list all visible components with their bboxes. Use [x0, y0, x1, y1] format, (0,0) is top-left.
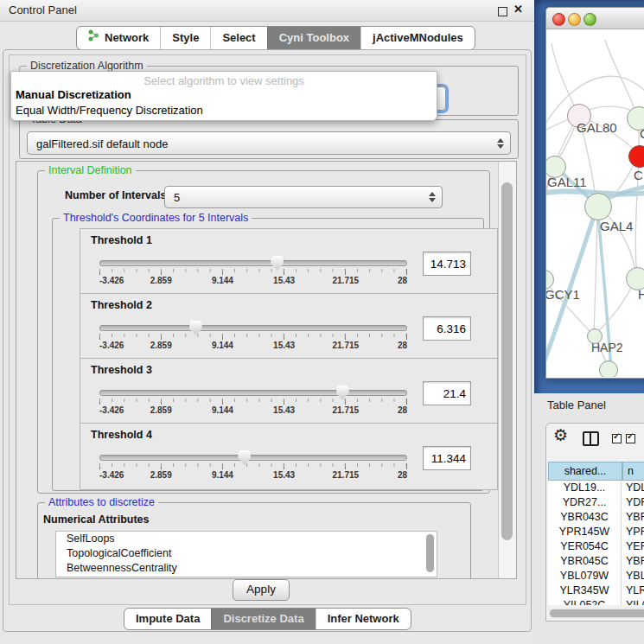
table-panel-title: Table Panel	[547, 399, 606, 411]
network-view-window: GAL80 G C GAL11 GAL4 GCY1 H HAP2	[545, 7, 644, 379]
cell-name[interactable]: YDL1	[622, 481, 644, 495]
cell-shared-name[interactable]: YDL19...	[548, 481, 622, 495]
settings-scroll-area: Interval Definition Number of Intervals …	[16, 161, 517, 579]
slider-ticks	[99, 269, 407, 275]
list-item[interactable]: BetweennessCentrality	[56, 561, 437, 576]
tick-label: 21.715	[333, 470, 360, 480]
cell-shared-name[interactable]: YBR045C	[548, 554, 622, 569]
slider-track[interactable]	[99, 260, 407, 266]
threshold-2-panel: Threshold 2 -3.426 2.859 9.144 15.43 21.…	[80, 293, 498, 360]
table-row[interactable]: YBR043C YBR0	[548, 510, 644, 525]
number-of-intervals-combobox[interactable]: 5	[164, 186, 443, 208]
cell-name[interactable]: YER0	[622, 539, 644, 554]
cell-name[interactable]: YLR3	[622, 583, 644, 598]
tab-cyni-toolbox[interactable]: Cyni Toolbox	[267, 27, 360, 49]
algorithm-dropdown-popup: Select algorithm to view settings Manual…	[10, 71, 437, 121]
table-row[interactable]: YLR345W YLR3	[548, 583, 644, 598]
network-node-gal4[interactable]	[584, 193, 612, 220]
tick-label: 9.144	[212, 276, 233, 285]
threshold-2-slider[interactable]: -3.426 2.859 9.144 15.43 21.715 28	[99, 325, 407, 351]
table-header-row: shared... n	[548, 462, 644, 481]
minimize-traffic-light[interactable]	[568, 13, 581, 26]
threshold-3-slider[interactable]: -3.426 2.859 9.144 15.43 21.715 28	[99, 390, 407, 416]
table-horizontal-scrollbar-thumb[interactable]	[550, 609, 644, 617]
table-row[interactable]: YER054C YER0	[548, 539, 644, 554]
cell-name[interactable]: YBR0	[622, 510, 644, 525]
tick-label: 21.715	[333, 405, 360, 415]
table-row[interactable]: YDR27... YDR2	[548, 495, 644, 510]
table-row[interactable]: YBR045C YBR0	[548, 554, 644, 569]
list-scrollbar-thumb[interactable]	[426, 534, 434, 572]
threshold-1-panel: Threshold 1 -3.426 2.859 9.144 15.43 21.…	[80, 228, 498, 295]
table-horizontal-scrollbar[interactable]	[549, 609, 644, 618]
table-row[interactable]: YDL19... YDL1	[548, 481, 644, 495]
threshold-1-slider[interactable]: -3.426 2.859 9.144 15.43 21.715 28	[99, 260, 407, 286]
tick-label: -3.426	[99, 405, 124, 415]
cell-shared-name[interactable]: YIL052C	[548, 598, 622, 605]
table-row[interactable]: YBL079W YBL0	[548, 569, 644, 583]
table-data-combobox[interactable]: galFiltered.sif default node	[27, 131, 511, 155]
tab-network[interactable]: Network	[77, 27, 160, 49]
close-traffic-light[interactable]	[552, 13, 565, 26]
cell-shared-name[interactable]: YPR145W	[548, 525, 622, 539]
algorithm-option-manual[interactable]: Manual Discretization	[11, 87, 437, 103]
cell-name[interactable]: YPR1	[622, 525, 644, 539]
slider-ticks	[99, 463, 407, 469]
tab-select[interactable]: Select	[210, 27, 266, 49]
cyni-bottom-tab-bar: Impute Data Discretize Data Infer Networ…	[124, 608, 411, 630]
tick-label: 2.859	[150, 276, 172, 285]
thresholds-coordinates-group-label: Threshold's Coordinates for 5 Intervals	[60, 212, 252, 224]
checkbox-icon[interactable]	[626, 434, 635, 443]
list-item[interactable]: SelfLoops	[56, 532, 437, 546]
tab-style[interactable]: Style	[160, 27, 210, 49]
zoom-traffic-light[interactable]	[583, 13, 596, 26]
list-item[interactable]: TopologicalCoefficient	[56, 546, 437, 561]
column-header-name[interactable]: n	[622, 462, 644, 481]
cell-name[interactable]: YBL0	[622, 569, 644, 583]
tab-infer-network[interactable]: Infer Network	[316, 609, 411, 629]
network-node[interactable]	[599, 360, 618, 377]
algorithm-option-equal-width[interactable]: Equal Width/Frequency Discretization	[11, 103, 437, 118]
network-canvas[interactable]: GAL80 G C GAL11 GAL4 GCY1 H HAP2	[546, 29, 644, 377]
apply-button[interactable]: Apply	[233, 579, 290, 601]
columns-icon[interactable]	[583, 431, 599, 446]
table-row[interactable]: YIL052C YIL0	[548, 598, 644, 605]
interval-definition-group-label: Interval Definition	[45, 164, 136, 176]
gear-icon[interactable]: ⚙	[553, 425, 568, 445]
cell-shared-name[interactable]: YLR345W	[548, 583, 622, 598]
cell-name[interactable]: YDR2	[622, 495, 644, 510]
slider-track[interactable]	[99, 390, 407, 396]
cell-name[interactable]: YBR0	[622, 554, 644, 569]
cell-shared-name[interactable]: YBR043C	[548, 510, 622, 525]
node-label-partial: H	[638, 287, 644, 302]
tab-jactivemnodules[interactable]: jActiveMNodules	[360, 27, 475, 49]
checkbox-icon[interactable]	[612, 434, 622, 443]
column-header-shared-name[interactable]: shared...	[548, 462, 622, 481]
table-row[interactable]: YPR145W YPR1	[548, 525, 644, 539]
slider-track[interactable]	[99, 325, 407, 331]
tick-label: 2.859	[150, 470, 172, 480]
tab-style-label: Style	[172, 27, 199, 49]
threshold-1-value-field[interactable]	[423, 252, 471, 276]
slider-track[interactable]	[99, 455, 407, 461]
threshold-2-label: Threshold 2	[91, 299, 152, 311]
network-icon	[88, 27, 99, 49]
node-label-partial: G	[640, 126, 644, 141]
cell-shared-name[interactable]: YDR27...	[548, 495, 622, 510]
settings-scrollbar-thumb[interactable]	[501, 182, 513, 540]
tab-impute-data[interactable]: Impute Data	[124, 609, 211, 629]
float-window-icon[interactable]	[498, 7, 507, 16]
tab-discretize-data[interactable]: Discretize Data	[211, 609, 315, 629]
settings-scrollbar[interactable]	[498, 162, 517, 578]
threshold-4-value-field[interactable]	[423, 446, 471, 470]
tick-label: 2.859	[150, 405, 172, 415]
threshold-2-value-field[interactable]	[423, 316, 471, 341]
cell-shared-name[interactable]: YER054C	[548, 539, 622, 554]
tick-label: -3.426	[99, 276, 124, 285]
close-icon[interactable]: ✕	[513, 3, 531, 16]
cell-shared-name[interactable]: YBL079W	[548, 569, 622, 583]
threshold-4-slider[interactable]: -3.426 2.859 9.144 15.43 21.715 28	[99, 455, 407, 481]
cell-name[interactable]: YIL0	[622, 598, 644, 605]
node-label-gal11: GAL11	[547, 175, 587, 189]
threshold-3-value-field[interactable]	[423, 381, 471, 405]
